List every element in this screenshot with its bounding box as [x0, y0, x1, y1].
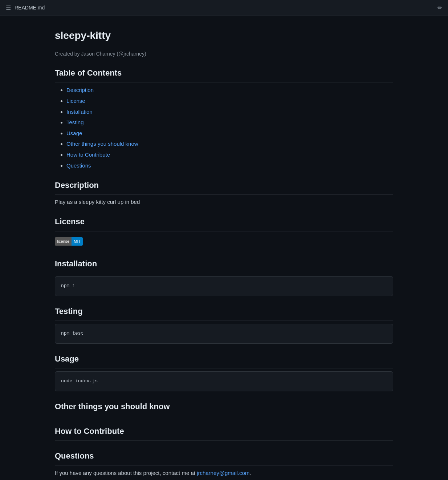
- section-license: LicenselicenseMIT: [55, 215, 393, 249]
- hamburger-icon[interactable]: ☰: [6, 3, 11, 13]
- toc-link[interactable]: Installation: [66, 109, 93, 115]
- section-heading: Usage: [55, 352, 393, 368]
- toc-link[interactable]: License: [66, 98, 85, 104]
- section-contribute: How to Contribute: [55, 425, 393, 441]
- topbar-filename: README.md: [15, 4, 45, 12]
- toc-link[interactable]: Testing: [66, 119, 84, 125]
- section-heading: Other things you should know: [55, 400, 393, 416]
- topbar-left: ☰ README.md: [6, 3, 45, 13]
- section-usage: Usagenode index.js: [55, 352, 393, 391]
- toc-link[interactable]: Other things you should know: [66, 141, 138, 147]
- toc-item: How to Contribute: [66, 150, 393, 160]
- section-heading: License: [55, 215, 393, 231]
- section-heading: Installation: [55, 257, 393, 273]
- toc-item: Other things you should know: [66, 139, 393, 149]
- toc-item: Usage: [66, 129, 393, 138]
- section-description: DescriptionPlay as a sleepy kitty curl u…: [55, 179, 393, 206]
- license-badge: licenseMIT: [55, 237, 83, 246]
- toc-link[interactable]: Usage: [66, 130, 82, 136]
- code-block: npm test: [55, 324, 393, 344]
- section-installation: Installationnpm i: [55, 257, 393, 296]
- readme-content: sleepy-kitty Created by Jason Charney (@…: [46, 16, 402, 480]
- toc-item: Description: [66, 85, 393, 95]
- toc-item: License: [66, 96, 393, 106]
- toc-link[interactable]: Description: [66, 87, 94, 93]
- badge-label: license: [55, 237, 72, 246]
- section-other: Other things you should know: [55, 400, 393, 416]
- section-text: Play as a sleepy kitty curl up in bed: [55, 198, 393, 206]
- section-heading: Testing: [55, 305, 393, 321]
- readme-subtitle: Created by Jason Charney (@jrcharney): [55, 50, 393, 58]
- toc-item: Testing: [66, 118, 393, 127]
- topbar: ☰ README.md ✏: [0, 0, 448, 16]
- code-block: node index.js: [55, 371, 393, 391]
- contact-paragraph: If you have any questions about this pro…: [55, 469, 393, 477]
- section-heading: How to Contribute: [55, 425, 393, 441]
- toc-link[interactable]: Questions: [66, 162, 91, 169]
- section-questions: QuestionsIf you have any questions about…: [55, 449, 393, 477]
- code-block: npm i: [55, 276, 393, 296]
- toc-link[interactable]: How to Contribute: [66, 152, 110, 158]
- toc-heading: Table of Contents: [55, 66, 393, 82]
- toc-list: DescriptionLicenseInstallationTestingUsa…: [55, 85, 393, 170]
- page-title: sleepy-kitty: [55, 28, 393, 47]
- toc-item: Installation: [66, 107, 393, 117]
- section-heading: Questions: [55, 449, 393, 465]
- badge-value: MIT: [72, 237, 83, 246]
- section-heading: Description: [55, 179, 393, 195]
- sections-container: DescriptionPlay as a sleepy kitty curl u…: [55, 179, 393, 477]
- section-testing: Testingnpm test: [55, 305, 393, 344]
- toc-item: Questions: [66, 161, 393, 170]
- edit-icon[interactable]: ✏: [437, 3, 442, 13]
- contact-email-link[interactable]: jrcharney@gmail.com: [197, 470, 249, 476]
